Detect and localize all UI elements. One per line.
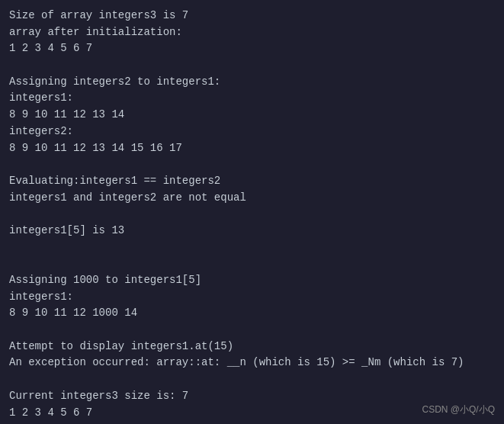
output-line-10: integers1 and integers2 are not equal <box>9 190 495 207</box>
output-line-7: integers2: <box>9 124 495 140</box>
output-line-14: 8 9 10 11 12 1000 14 <box>9 305 495 322</box>
blank-line-2 <box>9 156 495 173</box>
blank-line-4 <box>9 239 495 256</box>
terminal-window: Size of array integers3 is 7 array after… <box>0 0 504 424</box>
output-line-1: Size of array integers3 is 7 <box>9 8 495 24</box>
blank-line-1 <box>9 57 495 74</box>
blank-line-8 <box>9 421 495 424</box>
output-line-16: An exception occurred: array::at: __n (w… <box>9 355 495 371</box>
output-line-5: integers1: <box>9 90 495 107</box>
watermark: CSDN @小Q/小Q <box>422 403 495 416</box>
output-line-3: 1 2 3 4 5 6 7 <box>9 40 495 57</box>
output-line-8: 8 9 10 11 12 13 14 15 16 17 <box>9 140 495 157</box>
blank-line-7 <box>9 371 495 388</box>
output-line-2: array after initialization: <box>9 24 495 41</box>
output-line-13: integers1: <box>9 289 495 306</box>
output-line-6: 8 9 10 11 12 13 14 <box>9 107 495 124</box>
blank-line-6 <box>9 322 495 339</box>
output-line-15: Attempt to display integers1.at(15) <box>9 339 495 355</box>
output-line-11: integers1[5] is 13 <box>9 223 495 239</box>
blank-line-3 <box>9 206 495 223</box>
output-line-17: Current integers3 size is: 7 <box>9 388 495 405</box>
terminal-output: Size of array integers3 is 7 array after… <box>9 8 495 424</box>
output-line-12: Assigning 1000 to integers1[5] <box>9 272 495 289</box>
output-line-4: Assigning integers2 to integers1: <box>9 74 495 91</box>
output-line-9: Evaluating:integers1 == integers2 <box>9 173 495 190</box>
blank-line-5 <box>9 255 495 272</box>
